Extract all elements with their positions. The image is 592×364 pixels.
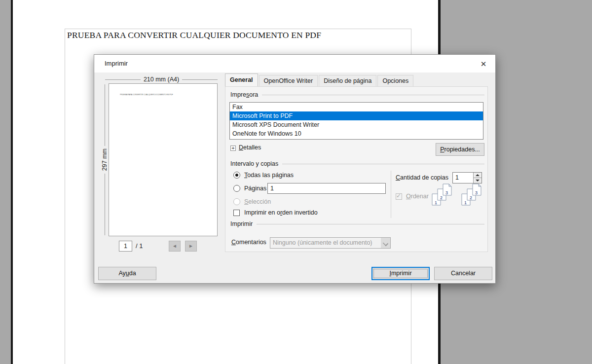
dialog-titlebar[interactable]: Imprimir ✕ bbox=[94, 55, 495, 73]
collate-label: Ordenar bbox=[406, 193, 429, 200]
tab-panel-general: Impresora Fax Microsoft Print to PDF Mic… bbox=[225, 86, 488, 252]
tab-bar: General OpenOffice Writer Diseño de pági… bbox=[225, 75, 414, 86]
svg-text:2: 2 bbox=[440, 195, 443, 200]
pages-range-input[interactable]: 1 bbox=[267, 183, 386, 194]
print-dialog: Imprimir ✕ 210 mm (A4) 297 mm PRUEBA PAR… bbox=[94, 54, 496, 284]
print-section-label: Imprimir bbox=[230, 220, 257, 227]
selection-label: Selección bbox=[244, 198, 271, 205]
next-arrow-icon: ► bbox=[188, 243, 193, 249]
screen: PRUEBA PARA CONVERTIR CUALQUIER DOCUMENT… bbox=[0, 0, 592, 364]
collate-pages-icon: 1 2 3 bbox=[460, 183, 484, 209]
paper-height-label-col: 297 mm bbox=[101, 84, 108, 235]
document-heading: PRUEBA PARA CONVERTIR CUALQUIER DOCUMENT… bbox=[67, 30, 321, 40]
printer-section-header: Impresora bbox=[230, 91, 484, 98]
print-section-header: Imprimir bbox=[230, 220, 484, 227]
copy-count-label: Cantidad de copias bbox=[396, 174, 448, 181]
spin-down-icon[interactable] bbox=[474, 178, 481, 183]
svg-text:3: 3 bbox=[445, 190, 448, 195]
svg-text:1: 1 bbox=[435, 200, 437, 205]
range-vertical-separator bbox=[391, 171, 391, 218]
help-button[interactable]: Ayuda bbox=[98, 267, 156, 280]
printer-section-label: Impresora bbox=[230, 91, 262, 98]
copy-count-stepper[interactable]: 1 bbox=[452, 172, 482, 183]
collate-checkbox: ✓ bbox=[396, 193, 402, 200]
comments-label: Comentarios bbox=[231, 239, 266, 246]
print-preview-page: PRUEBA PARA CONVERTIR CUALQUIER DOCUMENT… bbox=[109, 83, 218, 236]
dialog-title: Imprimir bbox=[105, 60, 128, 67]
prev-arrow-icon: ◄ bbox=[172, 243, 177, 249]
cancel-button[interactable]: Cancelar bbox=[434, 267, 492, 280]
paper-width-label-row: 210 mm (A4) bbox=[105, 76, 218, 83]
svg-text:2: 2 bbox=[470, 195, 472, 200]
printer-list[interactable]: Fax Microsoft Print to PDF Microsoft XPS… bbox=[229, 102, 483, 140]
tab-openoffice-writer[interactable]: OpenOffice Writer bbox=[259, 75, 318, 86]
printer-item-ms-print-to-pdf[interactable]: Microsoft Print to PDF bbox=[230, 111, 483, 120]
comments-dropdown: Ninguno (únicamente el documento) bbox=[270, 237, 391, 249]
preview-page-total: / 1 bbox=[136, 242, 143, 250]
preview-page-input[interactable]: 1 bbox=[119, 241, 132, 252]
range-section-header: Intervalo y copias bbox=[230, 160, 484, 167]
check-icon: ✓ bbox=[396, 192, 401, 199]
reverse-order-checkbox[interactable] bbox=[233, 210, 240, 216]
printer-item-ms-xps-writer[interactable]: Microsoft XPS Document Writer bbox=[230, 120, 483, 129]
preview-next-button[interactable]: ► bbox=[185, 241, 197, 252]
spin-up-icon[interactable] bbox=[474, 173, 481, 178]
paper-height-label: 297 mm bbox=[101, 146, 108, 173]
tab-page-layout[interactable]: Diseño de página bbox=[319, 75, 376, 86]
paper-width-label: 210 mm (A4) bbox=[141, 76, 182, 83]
all-pages-radio[interactable] bbox=[233, 172, 240, 179]
tab-options[interactable]: Opciones bbox=[377, 75, 413, 86]
comments-dropdown-value: Ninguno (únicamente el documento) bbox=[270, 238, 381, 248]
pages-radio[interactable] bbox=[233, 185, 240, 192]
pages-label[interactable]: Páginas bbox=[244, 185, 266, 192]
details-label[interactable]: Detalles bbox=[239, 144, 261, 151]
printer-item-onenote[interactable]: OneNote for Windows 10 bbox=[230, 129, 483, 138]
all-pages-label[interactable]: Todas las páginas bbox=[244, 172, 294, 179]
range-section-label: Intervalo y copias bbox=[230, 160, 282, 167]
print-button[interactable]: Imprimir bbox=[371, 267, 430, 280]
properties-button[interactable]: Propiedades... bbox=[436, 143, 484, 156]
collate-pages-icon: 1 2 3 bbox=[431, 183, 454, 209]
preview-page-text: PRUEBA PARA CONVERTIR CUALQUIER DOCUMENT… bbox=[120, 94, 213, 96]
svg-text:1: 1 bbox=[464, 200, 467, 205]
printer-item-fax[interactable]: Fax bbox=[230, 103, 483, 111]
reverse-order-label[interactable]: Imprimir en orden invertido bbox=[244, 209, 318, 216]
selection-radio bbox=[233, 198, 240, 205]
tab-general[interactable]: General bbox=[225, 73, 258, 86]
svg-text:3: 3 bbox=[475, 190, 478, 195]
close-icon[interactable]: ✕ bbox=[476, 57, 491, 71]
copy-count-value[interactable]: 1 bbox=[453, 173, 473, 183]
chevron-down-icon bbox=[381, 238, 390, 248]
preview-prev-button[interactable]: ◄ bbox=[169, 241, 181, 252]
details-expander-icon[interactable]: + bbox=[230, 146, 236, 151]
